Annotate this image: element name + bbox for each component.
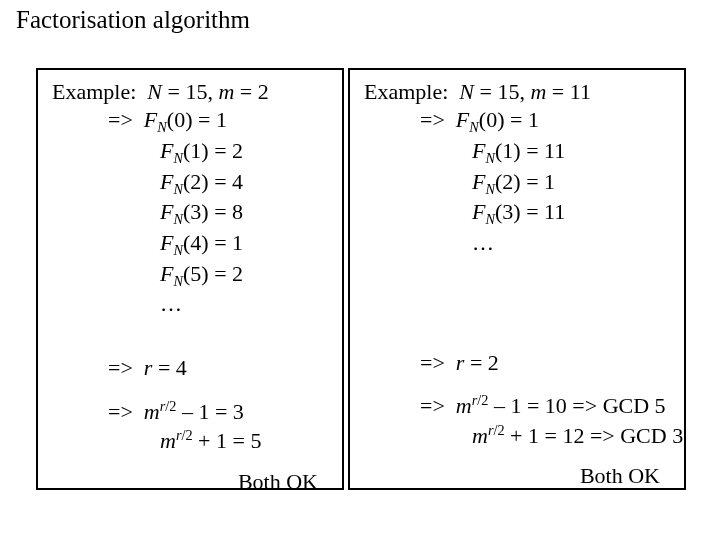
period-line: => r = 4 — [52, 354, 328, 382]
fn-val: 11 — [544, 199, 565, 224]
fn-idx: 0 — [486, 107, 497, 132]
fn-idx: 2 — [502, 169, 513, 194]
fn-dots: … — [364, 229, 670, 257]
mr-minus-tail: – 1 = 3 — [176, 399, 243, 424]
mr-minus-tail: – 1 = 10 => GCD 5 — [488, 394, 665, 419]
fn-val: 11 — [544, 138, 565, 163]
slide: Factorisation algorithm ct 1 r ) s Examp… — [0, 0, 720, 540]
fn-val: 2 — [232, 261, 243, 286]
fn-line: => FN(0) = 1 — [364, 106, 670, 137]
fn-idx: 1 — [190, 138, 201, 163]
example-header: Example: N = 15, m = 11 — [364, 78, 670, 106]
fn-idx: 5 — [190, 261, 201, 286]
fn-val: 4 — [232, 169, 243, 194]
fn-val: 2 — [232, 138, 243, 163]
fn-idx: 2 — [190, 169, 201, 194]
fn-line: FN(1) = 2 — [52, 137, 328, 168]
fn-idx: 0 — [174, 107, 185, 132]
example-right-panel: Example: N = 15, m = 11 => FN(0) = 1 FN(… — [348, 68, 686, 490]
mr-plus-line: mr/2 + 1 = 5 — [52, 426, 328, 455]
fn-line: FN(1) = 11 — [364, 137, 670, 168]
fn-idx: 4 — [190, 230, 201, 255]
period-line: => r = 2 — [364, 349, 670, 377]
fn-val: 1 — [528, 107, 539, 132]
fn-line: FN(3) = 8 — [52, 198, 328, 229]
fn-val: 1 — [232, 230, 243, 255]
fn-idx: 1 — [502, 138, 513, 163]
fn-line: => FN(0) = 1 — [52, 106, 328, 137]
header-text: Example: N = 15, m = 11 — [364, 79, 591, 104]
fn-val: 1 — [544, 169, 555, 194]
mr-minus-line: => mr/2 – 1 = 3 — [52, 397, 328, 426]
mr-plus-tail: + 1 = 5 — [193, 428, 262, 453]
header-text: Example: N = 15, m = 2 — [52, 79, 269, 104]
both-ok: Both OK — [364, 450, 670, 490]
fn-line: FN(2) = 1 — [364, 168, 670, 199]
fn-idx: 3 — [190, 199, 201, 224]
example-left-panel: Example: N = 15, m = 2 => FN(0) = 1 FN(1… — [36, 68, 344, 490]
fn-val: 1 — [216, 107, 227, 132]
mr-minus-line: => mr/2 – 1 = 10 => GCD 5 — [364, 391, 670, 420]
mr-plus-line: mr/2 + 1 = 12 => GCD 3 — [364, 421, 670, 450]
both-ok: Both OK — [52, 456, 328, 496]
fn-val: 8 — [232, 199, 243, 224]
fn-line: FN(4) = 1 — [52, 229, 328, 260]
fn-line: FN(3) = 11 — [364, 198, 670, 229]
fn-line: FN(5) = 2 — [52, 260, 328, 291]
mr-plus-tail: + 1 = 12 => GCD 3 — [505, 423, 684, 448]
slide-title: Factorisation algorithm — [0, 0, 720, 50]
fn-line: FN(2) = 4 — [52, 168, 328, 199]
fn-dots: … — [52, 290, 328, 318]
example-header: Example: N = 15, m = 2 — [52, 78, 328, 106]
fn-idx: 3 — [502, 199, 513, 224]
